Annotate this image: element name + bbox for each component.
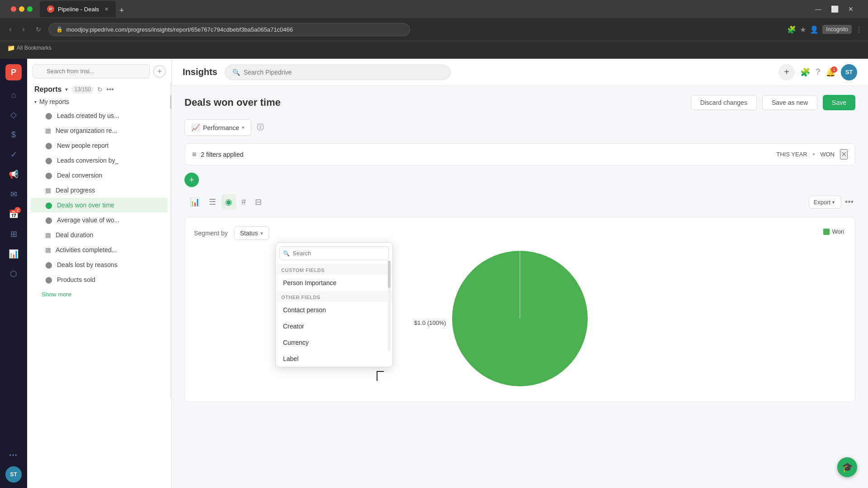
new-tab-button[interactable]: +: [116, 4, 128, 17]
rail-icon-activity[interactable]: ✓: [5, 145, 23, 164]
reports-chevron[interactable]: ▾: [65, 86, 68, 93]
report-name-activities: Activities completed...: [56, 246, 117, 253]
report-item-deal-conversion[interactable]: ⬤ Deal conversion: [31, 168, 168, 183]
chart-right-actions: Export ▾ •••: [809, 196, 854, 209]
close-window-btn[interactable]: ✕: [844, 3, 857, 15]
report-icon-leads-conv: ⬤: [45, 157, 52, 164]
segment-dropdown: 🔍 CUSTOM FIELDS Person Importance OTHER …: [275, 242, 393, 367]
app-header: Insights 🔍 + 🧩 ? 🔔 1 ST: [172, 59, 868, 86]
app-logo[interactable]: P: [5, 64, 22, 80]
save-button[interactable]: Save: [823, 95, 855, 110]
help-chat-button[interactable]: 🎓: [837, 457, 857, 477]
chart-type-buttons: 📊 ☰ ◉ # ⊟: [186, 194, 265, 210]
profile-btn[interactable]: 👤: [810, 25, 819, 34]
rail-icon-pipeline[interactable]: ◇: [5, 106, 23, 124]
window-minimize-btn[interactable]: [19, 6, 24, 12]
help-btn[interactable]: ?: [816, 67, 820, 77]
report-item-leads-created[interactable]: ⬤ Leads created by us...: [31, 108, 168, 123]
report-name-new-people: New people report: [57, 142, 108, 149]
report-item-activities[interactable]: ▦ Activities completed...: [31, 243, 168, 257]
back-button[interactable]: ‹: [5, 23, 15, 35]
address-bar[interactable]: 🔒 moodjoy.pipedrive.com/progress/insight…: [48, 23, 410, 36]
dropdown-item-contact-person[interactable]: Contact person: [276, 302, 392, 318]
show-more-btn[interactable]: Show more: [27, 287, 171, 301]
pie-chart-btn[interactable]: ◉: [222, 194, 236, 210]
rail-icon-email[interactable]: ✉: [5, 185, 23, 203]
chart-legend: Won: [823, 228, 844, 235]
number-btn[interactable]: #: [238, 194, 250, 210]
my-reports-header[interactable]: ▾ My reports: [27, 95, 171, 108]
report-item-deals-won[interactable]: ⬤ Deals won over time: [31, 198, 168, 212]
add-filter-button[interactable]: +: [184, 173, 199, 187]
user-avatar[interactable]: ST: [5, 466, 22, 483]
save-as-new-button[interactable]: Save as new: [762, 95, 817, 110]
forward-button[interactable]: ›: [19, 23, 28, 35]
reports-refresh-icon[interactable]: ↻: [97, 86, 103, 93]
window-maximize-btn[interactable]: [27, 6, 33, 12]
report-item-deals-lost[interactable]: ⬤ Deals lost by reasons: [31, 258, 168, 272]
report-name-new-org: New organization re...: [56, 127, 117, 134]
extensions-btn[interactable]: 🧩: [787, 25, 796, 34]
report-icon-new-org: ▦: [45, 127, 51, 134]
header-avatar[interactable]: ST: [841, 64, 857, 80]
rail-icon-calendar[interactable]: 📅 2: [5, 205, 23, 223]
performance-label: Performance: [203, 124, 239, 131]
header-search-container[interactable]: 🔍: [225, 65, 451, 80]
sidebar-add-button[interactable]: +: [153, 65, 166, 78]
chart-value-label: $1.0 (100%): [411, 319, 449, 327]
rail-icon-more[interactable]: •••: [5, 446, 23, 465]
dropdown-scrollbar-track: [388, 261, 391, 351]
minimize-window-btn[interactable]: —: [812, 3, 825, 15]
icon-rail: P ⌂ ◇ $ ✓ 📢 ✉ 📅 2 ⊞ 📊 ⬡ ••• ST: [0, 59, 27, 488]
filter-close-button[interactable]: ✕: [840, 149, 848, 160]
segment-status-button[interactable]: Status ▾: [234, 226, 269, 240]
tab-close-btn[interactable]: ✕: [104, 6, 108, 12]
rail-icon-grid[interactable]: ⊞: [5, 225, 23, 243]
performance-button[interactable]: 📈 Performance ▾: [184, 119, 251, 136]
rail-icon-deals[interactable]: $: [5, 126, 23, 144]
report-item-leads-conversion[interactable]: ⬤ Leads conversion by_: [31, 153, 168, 168]
table-btn[interactable]: ☰: [205, 194, 220, 210]
bar-chart-btn[interactable]: 📊: [186, 194, 203, 210]
sidebar-search-input[interactable]: [33, 64, 150, 78]
reload-button[interactable]: ↻: [32, 24, 45, 35]
rail-icon-campaigns[interactable]: 📢: [5, 165, 23, 183]
segment-by-row: Segment by Status ▾: [194, 226, 269, 240]
global-add-button[interactable]: +: [778, 64, 795, 80]
info-button[interactable]: ⓘ: [257, 123, 264, 132]
report-item-deal-progress[interactable]: ▦ Deal progress: [31, 183, 168, 197]
extensions-header-btn[interactable]: 🧩: [800, 67, 810, 77]
menu-btn[interactable]: ⋮: [855, 25, 863, 34]
rail-icon-integrations[interactable]: ⬡: [5, 265, 23, 283]
report-item-new-org[interactable]: ▦ New organization re...: [31, 123, 168, 138]
window-close-btn[interactable]: [11, 6, 16, 12]
reports-more-icon[interactable]: •••: [106, 85, 114, 94]
report-name-deal-prog: Deal progress: [56, 187, 95, 194]
report-icon-activities: ▦: [45, 246, 51, 253]
header-search-input[interactable]: [244, 69, 425, 76]
dropdown-item-currency[interactable]: Currency: [276, 334, 392, 351]
bookmark-btn[interactable]: ★: [800, 25, 806, 34]
browser-tab-active[interactable]: P Pipeline - Deals ✕: [40, 1, 116, 17]
rail-icon-home[interactable]: ⌂: [5, 86, 23, 104]
app-title: Insights: [183, 67, 217, 77]
dropdown-item-person-importance[interactable]: Person Importance: [276, 275, 392, 291]
dropdown-item-creator[interactable]: Creator: [276, 318, 392, 334]
restore-window-btn[interactable]: ⬜: [828, 3, 841, 15]
chart-container: Won Segment by Status ▾: [184, 217, 855, 402]
notifications-btn[interactable]: 🔔 1: [826, 67, 835, 77]
export-button[interactable]: Export ▾: [809, 196, 842, 209]
workspace-title: Deals won over time: [184, 97, 281, 108]
report-item-products-sold[interactable]: ⬤ Products sold: [31, 272, 168, 287]
dropdown-search-input[interactable]: [279, 246, 389, 260]
workspace-header: Deals won over time Discard changes Save…: [184, 95, 855, 110]
report-item-avg-value[interactable]: ⬤ Average value of wo...: [31, 213, 168, 227]
rail-icon-analytics[interactable]: 📊: [5, 245, 23, 263]
dropdown-item-label[interactable]: Label: [276, 351, 392, 367]
discard-changes-button[interactable]: Discard changes: [691, 95, 757, 110]
report-item-deal-duration[interactable]: ▦ Deal duration: [31, 228, 168, 242]
export-label: Export: [814, 199, 831, 206]
report-item-new-people[interactable]: ⬤ New people report: [31, 138, 168, 153]
more-options-button[interactable]: •••: [845, 197, 854, 207]
grid-chart-btn[interactable]: ⊟: [251, 194, 265, 210]
